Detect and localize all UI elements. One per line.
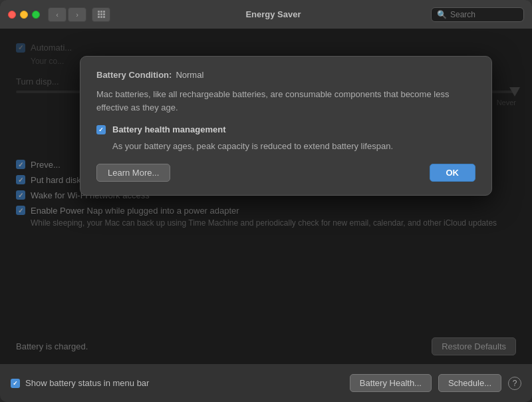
schedule-button[interactable]: Schedule... bbox=[438, 374, 501, 392]
health-management-label: Battery health management bbox=[112, 124, 226, 134]
main-content: Automati... Your co... Turn disp... hrs … bbox=[0, 29, 532, 363]
titlebar: ‹ › Energy Saver 🔍 bbox=[0, 0, 532, 29]
condition-line: Battery Condition: Normal bbox=[96, 70, 475, 80]
maximize-button[interactable] bbox=[32, 11, 40, 19]
health-management-checkbox[interactable] bbox=[96, 125, 106, 134]
show-battery-checkbox[interactable] bbox=[11, 379, 20, 388]
search-input[interactable] bbox=[450, 10, 518, 19]
chevron-right-icon: › bbox=[76, 11, 78, 19]
condition-label: Battery Condition: bbox=[96, 70, 172, 80]
grid-icon bbox=[98, 11, 105, 18]
search-icon: 🔍 bbox=[437, 10, 447, 19]
modal-buttons: Learn More... OK bbox=[96, 164, 475, 182]
health-management-desc: As your battery ages, peak capacity is r… bbox=[112, 140, 475, 153]
learn-more-button[interactable]: Learn More... bbox=[96, 164, 170, 182]
condition-value: Normal bbox=[176, 70, 203, 80]
minimize-button[interactable] bbox=[20, 11, 28, 19]
help-button[interactable]: ? bbox=[508, 377, 521, 390]
close-button[interactable] bbox=[8, 11, 16, 19]
ok-button[interactable]: OK bbox=[430, 164, 476, 182]
forward-button[interactable]: › bbox=[68, 7, 86, 22]
search-box[interactable]: 🔍 bbox=[431, 7, 524, 22]
back-button[interactable]: ‹ bbox=[48, 7, 66, 22]
chevron-left-icon: ‹ bbox=[56, 11, 59, 19]
health-management-row: Battery health management bbox=[96, 124, 475, 134]
battery-health-button[interactable]: Battery Health... bbox=[350, 374, 432, 392]
battery-condition-modal: Battery Condition: Normal Mac batteries,… bbox=[80, 56, 492, 196]
main-window: ‹ › Energy Saver 🔍 Automati... bbox=[0, 0, 532, 402]
modal-description: Mac batteries, like all rechargeable bat… bbox=[96, 88, 475, 114]
show-battery-row: Show battery status in menu bar bbox=[11, 378, 343, 388]
window-title: Energy Saver bbox=[116, 9, 431, 19]
nav-buttons: ‹ › bbox=[48, 7, 86, 22]
show-battery-label: Show battery status in menu bar bbox=[25, 378, 149, 388]
grid-view-button[interactable] bbox=[92, 7, 110, 22]
bottom-bar: Show battery status in menu bar Battery … bbox=[0, 363, 532, 402]
traffic-lights bbox=[8, 11, 40, 19]
